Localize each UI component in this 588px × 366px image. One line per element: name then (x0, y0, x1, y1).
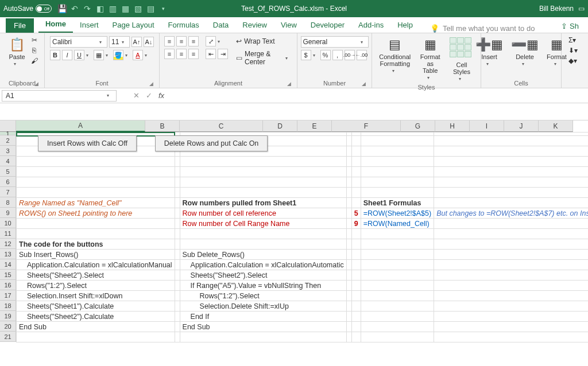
delete-cells-button[interactable]: ➖▦Delete▾ (509, 36, 541, 68)
cell-G6[interactable] (434, 177, 588, 188)
cell-C15[interactable]: Sheets("Sheet2").Select (180, 270, 346, 281)
cell-C13[interactable]: Sub Delete_Rows() (180, 250, 346, 260)
qat-icon[interactable]: ▦ (121, 4, 130, 13)
cell-styles-button[interactable]: Cell Styles▾ (447, 36, 476, 83)
cell-C18[interactable]: Selection.Delete Shift:=xlUp (180, 301, 346, 312)
cell-C6[interactable] (180, 177, 346, 188)
cell-A18[interactable]: Sheets("Sheet1").Calculate (17, 301, 175, 312)
italic-button[interactable]: I (62, 50, 72, 60)
cell-D21[interactable] (346, 332, 351, 342)
enter-icon[interactable]: ✓ (142, 91, 155, 100)
format-as-table-button[interactable]: ▦Format as Table▾ (417, 36, 444, 81)
qat-icon[interactable]: ◧ (95, 4, 105, 13)
format-painter-icon[interactable]: 🖌 (31, 57, 38, 65)
row-head-16[interactable]: 16 (0, 280, 16, 290)
merge-center-button[interactable]: ▭Merge & Center ▾ (234, 49, 292, 67)
cell-F14[interactable] (361, 260, 434, 270)
cell-E9[interactable]: 5 (351, 208, 361, 219)
qat-more-icon[interactable]: ▾ (158, 4, 168, 13)
cell-F10[interactable]: =ROW(Named_Cell) (361, 219, 434, 229)
underline-button[interactable]: U (74, 50, 84, 60)
cell-C20[interactable]: End Sub (180, 322, 346, 332)
font-name-combo[interactable]: Calibri▾ (50, 36, 107, 48)
row-head-10[interactable]: 10 (0, 218, 16, 228)
cell-F2[interactable] (361, 136, 434, 146)
align-middle-icon[interactable]: ≡ (176, 36, 187, 46)
copy-icon[interactable]: ⎘ (31, 46, 38, 54)
align-center-icon[interactable]: ≡ (176, 49, 187, 59)
cell-E2[interactable] (351, 136, 361, 146)
row-head-21[interactable]: 21 (0, 332, 16, 342)
align-bottom-icon[interactable]: ≡ (188, 36, 199, 46)
cell-A9[interactable]: ROWS() on Sheet1 pointing to here (17, 208, 175, 219)
autosum-icon[interactable]: Σ▾ (568, 36, 576, 44)
cell-A7[interactable] (17, 188, 175, 198)
orientation-icon[interactable]: ⤢ (206, 36, 216, 46)
cell-C12[interactable] (180, 239, 346, 250)
cell-B20[interactable] (175, 322, 180, 332)
clear-icon[interactable]: ◆▾ (568, 57, 577, 65)
tab-review[interactable]: Review (235, 18, 274, 33)
cell-F13[interactable] (361, 250, 434, 260)
cell-F5[interactable] (361, 167, 434, 177)
cell-E14[interactable] (351, 260, 361, 270)
cell-G5[interactable] (434, 167, 588, 177)
cell-A12[interactable]: The code for the buttons (17, 239, 175, 250)
toggle-off-icon[interactable]: Off (36, 5, 52, 13)
cell-E15[interactable] (351, 270, 361, 281)
row-head-11[interactable]: 11 (0, 228, 16, 239)
row-head-7[interactable]: 7 (0, 187, 16, 197)
cell-D18[interactable] (346, 301, 351, 312)
qat-icon[interactable]: ▤ (146, 4, 155, 13)
qat-icon[interactable]: ▥ (108, 4, 117, 13)
tab-insert[interactable]: Insert (73, 18, 106, 33)
conditional-formatting-button[interactable]: ▤Conditional Formatting▾ (377, 36, 413, 75)
cell-G21[interactable] (434, 332, 588, 342)
cell-D3[interactable] (346, 146, 351, 157)
cell-G18[interactable] (434, 301, 588, 312)
row-head-20[interactable]: 20 (0, 321, 16, 332)
cell-D5[interactable] (346, 167, 351, 177)
share-button[interactable]: ⇪ Sh (558, 20, 582, 33)
cell-F15[interactable] (361, 270, 434, 281)
increase-decimal-icon[interactable]: .00→ (345, 50, 355, 60)
align-left-icon[interactable]: ≡ (164, 49, 175, 59)
dialog-launcher-icon[interactable]: ◢ (287, 81, 291, 87)
cell-E8[interactable] (351, 198, 361, 208)
percent-format-icon[interactable]: % (320, 50, 331, 60)
tab-file[interactable]: File (6, 18, 34, 33)
dialog-launcher-icon[interactable]: ◢ (149, 81, 153, 87)
cell-E17[interactable] (351, 291, 361, 301)
col-head-G[interactable]: G (401, 120, 435, 132)
insert-cells-button[interactable]: ➕▦Insert▾ (473, 36, 505, 68)
spreadsheet-grid[interactable]: 123456789101112131415161718192021 ABCDEF… (0, 120, 588, 342)
insert-rows-button[interactable]: Insert Rows with Calc Off (38, 135, 137, 151)
fill-color-button[interactable]: 🪣 (113, 50, 123, 60)
cell-E20[interactable] (351, 322, 361, 332)
cell-B21[interactable] (175, 332, 180, 342)
cell-F21[interactable] (361, 332, 434, 342)
font-size-combo[interactable]: 11▾ (109, 36, 130, 48)
cell-D9[interactable] (346, 208, 351, 219)
cell-D13[interactable] (346, 250, 351, 260)
col-head-H[interactable]: H (435, 120, 470, 132)
cell-A19[interactable]: Sheets("Sheet2").Calculate (17, 312, 175, 322)
cell-C9[interactable]: Row number of cell reference (180, 208, 346, 219)
cell-F12[interactable] (361, 239, 434, 250)
cell-F6[interactable] (361, 177, 434, 188)
ribbon-options-icon[interactable]: ▭ (578, 5, 585, 13)
cell-A4[interactable] (17, 157, 175, 167)
cell-A20[interactable]: End Sub (17, 322, 175, 332)
user-name[interactable]: Bill Bekenn (539, 5, 574, 13)
col-head-A[interactable]: A (16, 120, 145, 132)
col-head-E[interactable]: E (297, 120, 332, 132)
cell-F9[interactable]: =ROW(Sheet2!$A$5) (361, 208, 434, 219)
cell-D2[interactable] (346, 136, 351, 146)
cell-D14[interactable] (346, 260, 351, 270)
cell-D17[interactable] (346, 291, 351, 301)
cell-E19[interactable] (351, 312, 361, 322)
cell-G14[interactable] (434, 260, 588, 270)
cell-A13[interactable]: Sub Insert_Rows() (17, 250, 175, 260)
tab-view[interactable]: View (274, 18, 304, 33)
align-top-icon[interactable]: ≡ (164, 36, 175, 46)
